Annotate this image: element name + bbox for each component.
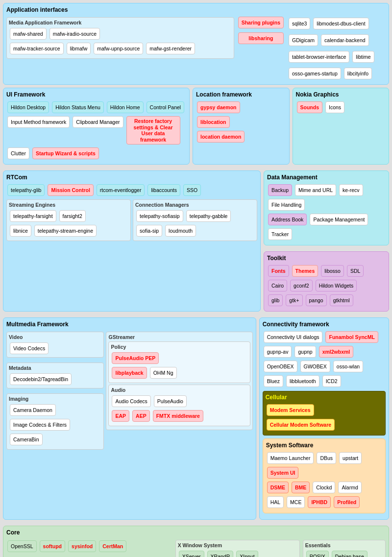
decodebin2-box: Decodebin2/TagreadBin <box>10 373 72 385</box>
rtcom-title: RTCom <box>6 174 257 181</box>
core-title: Core <box>6 529 386 536</box>
tracker-box: Tracker <box>268 228 292 240</box>
gupnp-box: gupnp <box>294 346 316 358</box>
upstart-box: upstart <box>339 452 362 464</box>
themes-box: Themes <box>292 265 318 277</box>
rtcom-section: RTCom telepathy-glib Mission Control rtc… <box>3 170 261 312</box>
startup-wizard-box: Startup Wizard & scripts <box>32 147 99 159</box>
connectivity-title: Connectivity framework <box>263 321 386 328</box>
core-section: Core OpenSSL softupd sysinfod CertMan Mo… <box>3 526 389 557</box>
system-software-section: System Software Maemo Launcher DBus upst… <box>263 438 386 513</box>
hildon-widgets-box: Hildon Widgets <box>316 280 357 291</box>
app-interfaces-section: Application interfaces Media Application… <box>3 3 389 85</box>
file-handling-box: File Handling <box>268 199 305 211</box>
xserver-box: XServer <box>179 551 204 557</box>
alarmd-box: Alarmd <box>338 482 361 493</box>
xinput-box: XInput <box>236 551 258 557</box>
video-section: Video Video Codecs <box>6 332 104 358</box>
media-framework-title: Media Application Framework <box>9 20 232 25</box>
gconf2-box: gconf2 <box>290 280 313 291</box>
pulseaudio-box: PulseAudio <box>154 395 187 407</box>
connectivity-ui-box: Connectivity UI dialogs <box>264 331 323 343</box>
multimedia-framework-section: Multmedia Framework Video Video Codecs M… <box>3 317 256 520</box>
mafw-tracker-box: mafw-tracker-source <box>10 43 64 54</box>
location-framework-section: Location framework gypsy daemon liblocat… <box>193 88 290 165</box>
tablet-browser-box: tablet-browser-interface <box>289 51 349 63</box>
telepathy-gabble-box: telepathy-gabble <box>186 210 231 222</box>
fmtx-box: FMTX middleware <box>153 410 203 422</box>
control-panel-box: Control Panel <box>147 101 185 113</box>
imaging-title: Imaging <box>9 396 101 402</box>
mime-url-box: Mime and URL <box>295 184 336 196</box>
dsme-box: DSME <box>267 482 289 493</box>
policy-section: Policy PulseAudio PEP libplayback OHM Ng <box>108 341 250 383</box>
mafw-iradio-box: mafw-iradio-source <box>49 28 100 40</box>
clutter-box: Clutter <box>7 147 29 159</box>
package-management-box: Package Management <box>310 214 368 225</box>
nokia-graphics-section: Nokia Graphics Sounds Icons <box>293 88 390 165</box>
posix-box: POSIX <box>306 551 329 557</box>
rtcom-eventlogger-box: rtcom-eventlogger <box>97 184 145 196</box>
calendar-backend-box: calendar-backend <box>321 34 368 46</box>
icd2-box: ICD2 <box>322 375 341 387</box>
sofia-sip-box: sofia-sip <box>136 225 162 237</box>
bluez-box: Bluez <box>264 375 283 387</box>
bme-box: BME <box>292 482 310 493</box>
osso-games-box: osso-games-startup <box>289 68 341 79</box>
camera-daemon-box: Camera Daemon <box>10 404 56 416</box>
ui-framework-section: UI Framework Hildon Desktop Hildon Statu… <box>3 88 190 165</box>
media-framework-section: Media Application Framework mafw-shared … <box>6 17 234 59</box>
metadata-section: Metadata Decodebin2/TagreadBin <box>6 363 104 388</box>
streaming-engines-title: Streaming Engines <box>9 202 128 208</box>
ohm-ng-box: OHM Ng <box>150 367 177 379</box>
libbluetooth-box: libbluetooth <box>286 375 319 387</box>
data-management-title: Data Management <box>267 174 386 181</box>
libmodest-box: libmodest-dbus-client <box>313 18 368 29</box>
image-codecs-box: Image Codecs & Filters <box>10 419 70 431</box>
icons-box: Icons <box>325 101 344 113</box>
sdl-box: SDL <box>347 265 364 277</box>
essentials-title: Essentials <box>305 542 383 548</box>
system-software-title: System Software <box>266 442 382 449</box>
mce-box: MCE <box>287 496 305 508</box>
softupd-box: softupd <box>40 540 66 552</box>
gypsy-daemon-box: gypsy daemon <box>197 101 240 113</box>
farsight2-box: farsight2 <box>59 210 86 222</box>
pango-box: pango <box>306 294 327 306</box>
gupnp-av-box: gupnp-av <box>264 346 292 358</box>
restore-factory-box: Restore factory settings & Clear User da… <box>126 116 180 145</box>
debian-base-box: Debian base <box>332 551 368 557</box>
audio-codecs-box: Audio Codecs <box>112 395 150 407</box>
gtk-box: gtk+ <box>286 294 302 306</box>
metadata-title: Metadata <box>9 365 101 371</box>
imaging-section: Imaging Camera Daemon Image Codecs & Fil… <box>6 393 104 450</box>
sysinfod-box: sysinfod <box>68 540 96 552</box>
libosso-box: libosso <box>321 265 344 277</box>
connection-managers-section: Connection Managers telepathy-sofiasip t… <box>133 199 257 241</box>
data-management-section: Data Management Backup Mime and URL ke-r… <box>264 170 389 245</box>
libaccounts-box: libaccounts <box>147 184 180 196</box>
liblocation-box: liblocation <box>197 116 230 128</box>
certman-box: CertMan <box>99 540 126 552</box>
openssl-box: OpenSSL <box>7 540 37 552</box>
essentials-section: Essentials POSIX Debian base busybox <box>303 540 386 557</box>
connectivity-framework-section: Connectivity framework Connectivity UI d… <box>259 317 389 520</box>
loudmouth-box: loudmouth <box>165 225 196 237</box>
libtime-box: libtime <box>352 51 374 63</box>
audio-section: Audio Audio Codecs PulseAudio EAP AEP FM… <box>108 385 250 426</box>
sso-box: SSO <box>183 184 201 196</box>
gstreamer-title: GStreamer <box>108 334 250 340</box>
glib-box: glib <box>268 294 283 306</box>
multimedia-title: Multmedia Framework <box>6 321 253 328</box>
ui-framework-title: UI Framework <box>6 91 186 98</box>
aep-box: AEP <box>132 410 150 422</box>
system-ui-box: System UI <box>267 467 299 479</box>
cairo-box: Cairo <box>268 280 287 291</box>
fonts-box: Fonts <box>268 265 289 277</box>
telepathy-stream-engine-box: telepathy-stream-engine <box>34 225 97 237</box>
mafw-upnp-box: mafw-upnp-source <box>94 43 143 54</box>
libplayback-box: libplayback <box>112 367 147 379</box>
streaming-engines-section: Streaming Engines telepathy-farsight far… <box>6 199 131 241</box>
gstreamer-section: GStreamer Policy PulseAudio PEP libplayb… <box>106 332 252 430</box>
cellular-title: Cellular <box>266 394 383 401</box>
